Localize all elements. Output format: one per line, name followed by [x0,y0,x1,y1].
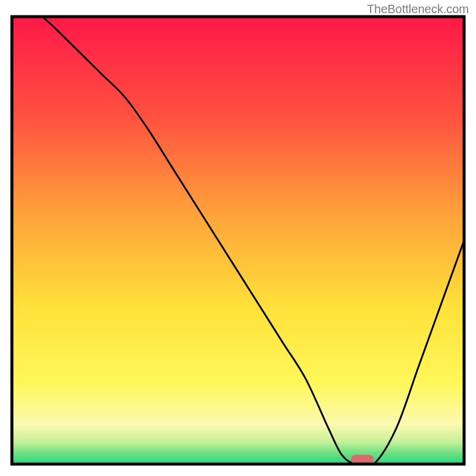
plot-background [12,17,464,464]
optimal-marker [351,455,374,464]
watermark-label: TheBottleneck.com [367,2,469,16]
chart-svg [0,0,476,476]
bottleneck-chart: TheBottleneck.com [0,0,476,476]
